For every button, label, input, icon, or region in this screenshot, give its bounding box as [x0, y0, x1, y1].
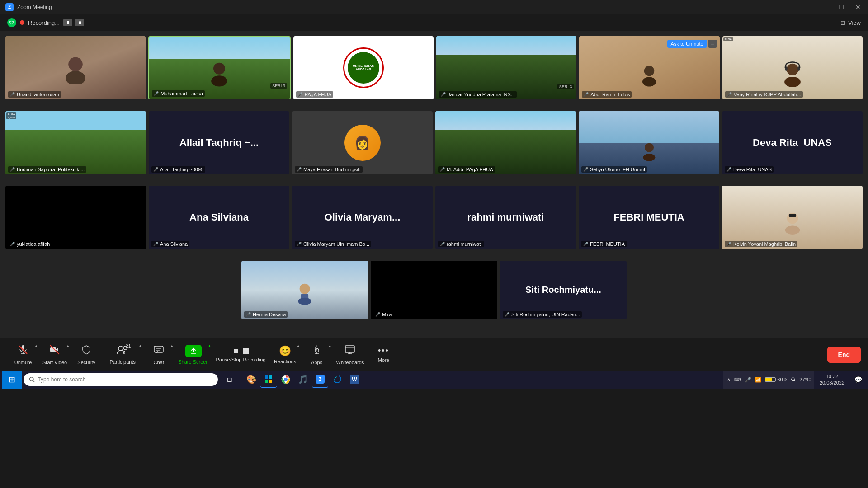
caret-icon[interactable]: ▲ [34, 344, 38, 348]
ask-to-unmute-button[interactable]: Ask to Unmute [667, 40, 707, 48]
participant-cell[interactable]: ARIAAgraria 🎤 Budiman Saputra_Politeknik… [5, 111, 146, 174]
caret-icon[interactable]: ▲ [297, 344, 300, 348]
mute-icon: 🎤 [10, 92, 15, 97]
participant-cell[interactable]: 🎤 yukiatiqa afifah [5, 186, 146, 249]
participant-name: 🎤 Mira [373, 311, 393, 318]
recording-controls[interactable]: ⏸ ⏹ [63, 19, 84, 26]
end-meeting-button[interactable]: End [827, 347, 861, 363]
temperature-display: 27°C [799, 377, 811, 382]
participant-name: 🎤 Siti Rochmiyatun, UIN Raden... [503, 311, 582, 318]
unmute-button[interactable]: Unmute ▲ [7, 341, 39, 368]
participant-cell[interactable]: 👩 🎤 Maya Ekasari Budiningsih [292, 111, 433, 174]
display-name: Deva Rita_UNAS [749, 133, 835, 152]
task-view-button[interactable]: ⊟ [222, 371, 238, 388]
participant-cell[interactable]: rahmi murniwati 🎤 rahmi murniwati [435, 186, 576, 249]
participant-cell[interactable]: Siti Rochmiyatu... 🎤 Siti Rochmiyatun, U… [500, 261, 627, 319]
weather-icon[interactable]: 🌤 [791, 377, 796, 382]
more-button[interactable]: ••• More [368, 341, 399, 368]
windows-start-button[interactable]: ⊞ [2, 371, 22, 389]
window-title: Zoom Meeting [17, 4, 52, 10]
video-row-3: 🎤 yukiatiqa afifah Ana Silviana 🎤 Ana Si… [5, 186, 863, 258]
reactions-button[interactable]: 😊 Reactions ▲ [269, 341, 301, 368]
participant-cell[interactable]: Allail Taqhriq ~... 🎤 Allail Taqhriq ~00… [149, 111, 289, 174]
keyboard-icon[interactable]: ⌨ [734, 377, 741, 383]
svg-rect-45 [265, 380, 268, 383]
chat-icon [153, 344, 164, 358]
notification-icon[interactable]: ∧ [727, 377, 731, 383]
display-name: Olivia Maryam... [321, 208, 404, 227]
caret-icon[interactable]: ▲ [170, 344, 174, 348]
taskbar-store-icon[interactable] [260, 371, 277, 388]
share-screen-button[interactable]: Share Screen ▲ [175, 341, 212, 368]
taskbar-word-icon[interactable]: W [346, 371, 363, 388]
participant-cell[interactable]: 🎤 Mira [371, 261, 497, 319]
chat-button[interactable]: Chat ▲ [143, 341, 175, 368]
caret-icon[interactable]: ▲ [328, 344, 332, 348]
mute-icon: 🎤 [440, 167, 445, 172]
date: 20/08/2022 [820, 380, 844, 386]
caret-icon[interactable]: ▲ [208, 344, 212, 348]
participant-cell[interactable]: SERI 3 🎤 Januar Yuddha Pratama_NS... [436, 36, 576, 99]
mute-icon: 🎤 [583, 167, 588, 172]
participant-cell-active[interactable]: SERI 3 🎤 Muhammad Faizka [148, 36, 290, 99]
participant-cell[interactable]: 🎤 Setiyo Utomo_FH Unmul [579, 111, 719, 174]
wifi-icon[interactable]: 📶 [755, 377, 761, 383]
taskbar-spotify-icon[interactable]: 🎵 [295, 371, 311, 388]
participant-cell[interactable]: 🎤 M. Adib_PAgA FHUA [435, 111, 576, 174]
participant-cell[interactable]: Ask to Unmute ··· 🎤 Abd. Rahim Lubis [579, 36, 719, 99]
windows-taskbar: ⊞ ⊟ 🎨 🎵 Z W ∧ ⌨ [0, 371, 868, 389]
time-date-display[interactable]: 10:32 20/08/2022 [816, 373, 848, 386]
more-options-button[interactable]: ··· [708, 40, 717, 48]
participant-cell[interactable]: 🎤 Herma Desvira [241, 261, 368, 319]
participant-name: 🎤 Veny Rinalny-KJPP Abdullah... [725, 91, 803, 98]
minimize-button[interactable]: — [820, 4, 830, 11]
view-button[interactable]: ⊞ View [840, 19, 861, 26]
video-row-4: 🎤 Herma Desvira 🎤 Mira Siti Rochmiyatu..… [231, 261, 637, 333]
security-button[interactable]: Security [71, 341, 102, 368]
apps-button[interactable]: Apps ▲ [301, 341, 333, 368]
taskbar-edge-icon[interactable] [329, 371, 345, 388]
video-off-icon [49, 344, 60, 358]
caret-icon[interactable]: ▲ [138, 344, 142, 348]
caret-icon[interactable]: ▲ [66, 344, 70, 348]
svg-rect-26 [154, 346, 163, 352]
close-button[interactable]: ✕ [854, 4, 863, 11]
participant-cell[interactable]: Olivia Maryam... 🎤 Olivia Maryam Uin Ima… [292, 186, 433, 249]
microphone-sys-icon[interactable]: 🎤 [745, 377, 751, 383]
participant-cell[interactable]: FEBRI MEUTIA 🎤 FEBRI MEUTIA [579, 186, 719, 249]
participant-cell[interactable]: UNIVERSITASANDALAS 🎤 PAgA FHUA [293, 36, 434, 99]
taskbar-colorful-icon[interactable]: 🎨 [243, 371, 259, 388]
paga-logo: UNIVERSITASANDALAS [343, 47, 384, 88]
participant-cell[interactable]: Ana Silviana 🎤 Ana Silviana [149, 186, 289, 249]
whiteboards-button[interactable]: Whiteboards [333, 341, 368, 368]
pause-stop-recording-button[interactable]: Pause/Stop Recording [212, 341, 269, 368]
start-video-button[interactable]: Start Video ▲ [39, 341, 71, 368]
taskbar-search-bar[interactable] [24, 373, 218, 386]
window-controls[interactable]: — ❐ ✕ [820, 4, 863, 11]
mute-icon: 🎤 [10, 242, 15, 246]
participants-button[interactable]: 21 Participants ▲ [102, 341, 143, 368]
participant-cell[interactable]: Deva Rita_UNAS 🎤 Deva Rita_UNAS [722, 111, 863, 174]
participant-cell[interactable]: 🎤 Kelvin Yovani Maghribi Balin [722, 186, 863, 249]
notification-center-button[interactable]: 💬 [850, 371, 866, 388]
display-name: Allail Taqhriq ~... [176, 133, 262, 152]
taskbar-zoom-icon[interactable]: Z [312, 371, 328, 388]
grid-icon: ⊞ [840, 19, 845, 26]
pause-recording-button[interactable]: ⏸ [63, 19, 72, 26]
maximize-button[interactable]: ❐ [837, 4, 846, 11]
participant-name: 🎤 Setiyo Utomo_FH Unmul [581, 166, 647, 173]
taskbar-chrome-icon[interactable] [278, 371, 294, 388]
stop-recording-button[interactable]: ⏹ [75, 19, 84, 26]
svg-rect-13 [788, 214, 796, 217]
participant-cell[interactable]: ARIA 🎤 Veny Rinalny-KJPP Abdullah... [722, 36, 863, 99]
svg-point-5 [642, 77, 656, 87]
participant-name: 🎤 Olivia Maryam Uin Imam Bo... [295, 241, 371, 247]
taskbar-quick-icons: ⊟ [222, 371, 238, 388]
mute-icon: 🎤 [505, 312, 509, 317]
search-input[interactable] [38, 376, 212, 383]
meeting-toolbar: Unmute ▲ Start Video ▲ Security [0, 338, 868, 371]
reactions-icon: 😊 [279, 345, 291, 357]
battery-indicator[interactable]: 60% [765, 377, 787, 382]
participant-cell[interactable]: 🎤 Unand_antonrosari [5, 36, 146, 99]
security-label: Security [77, 360, 95, 365]
